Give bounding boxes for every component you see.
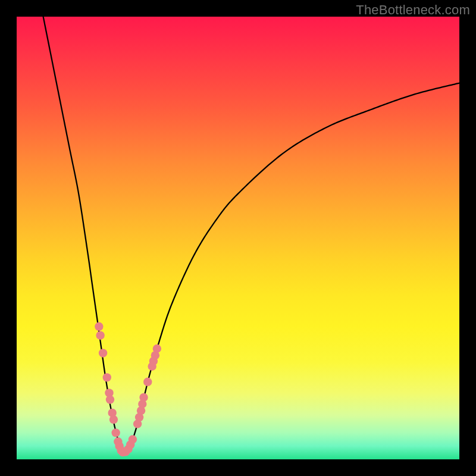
- watermark-text: TheBottleneck.com: [356, 2, 470, 18]
- marker-layer: [95, 322, 161, 457]
- curve-layer: [43, 17, 459, 453]
- data-point: [139, 393, 148, 402]
- data-point: [106, 395, 114, 403]
- data-point: [153, 345, 161, 353]
- data-point: [109, 415, 118, 424]
- chart-frame: TheBottleneck.com: [0, 0, 476, 476]
- data-point: [99, 349, 107, 357]
- data-point: [111, 428, 120, 437]
- data-point: [129, 435, 137, 443]
- data-point: [95, 322, 103, 331]
- plot-area: [17, 17, 459, 459]
- curve-left-curve: [43, 17, 122, 453]
- data-point: [103, 373, 111, 381]
- curve-right-curve: [122, 83, 459, 453]
- data-point: [143, 378, 152, 386]
- data-point: [96, 331, 104, 339]
- chart-svg: [17, 17, 459, 459]
